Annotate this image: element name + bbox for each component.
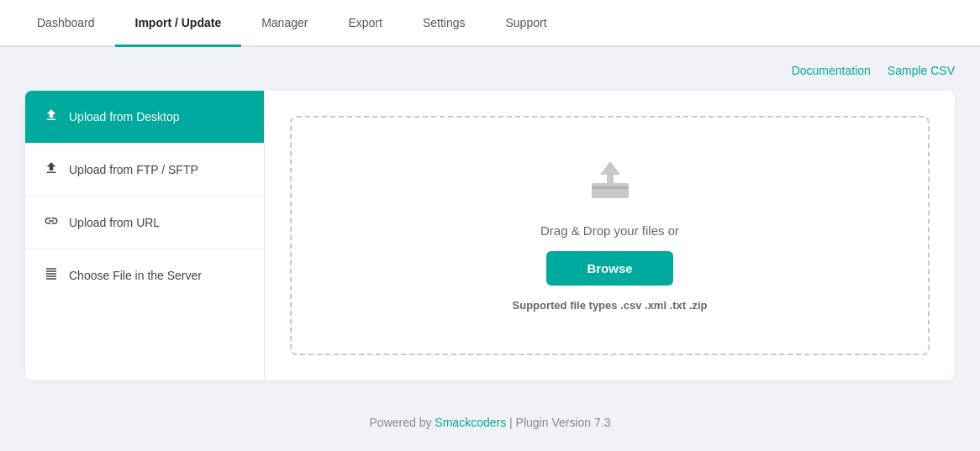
tab-support[interactable]: Support — [486, 1, 567, 47]
drop-zone-upload-icon — [585, 160, 635, 207]
sidebar-item-choose-server[interactable]: Choose File in the Server — [25, 249, 264, 302]
sidebar-item-upload-desktop[interactable]: Upload from Desktop — [25, 91, 264, 144]
tab-manager[interactable]: Manager — [241, 1, 328, 47]
svg-marker-2 — [600, 161, 620, 175]
top-links-row: Documentation Sample CSV — [25, 64, 955, 77]
drop-zone[interactable]: Drag & Drop your files or Browse Support… — [290, 116, 930, 355]
sidebar-item-upload-ftp-label: Upload from FTP / SFTP — [69, 163, 198, 176]
footer-prefix: Powered by — [370, 416, 432, 429]
tab-import-update[interactable]: Import / Update — [115, 1, 242, 47]
documentation-link[interactable]: Documentation — [792, 64, 871, 77]
tab-export[interactable]: Export — [328, 1, 402, 47]
sidebar: Upload from Desktop Upload from FTP / SF… — [25, 91, 265, 380]
sidebar-item-upload-url[interactable]: Upload from URL — [25, 197, 264, 249]
drag-drop-text: Drag & Drop your files or — [540, 223, 679, 238]
content-card: Upload from Desktop Upload from FTP / SF… — [25, 91, 955, 380]
svg-rect-1 — [592, 186, 629, 189]
sidebar-item-upload-ftp[interactable]: Upload from FTP / SFTP — [25, 144, 264, 197]
upload-area: Drag & Drop your files or Browse Support… — [265, 91, 955, 380]
footer-brand-link[interactable]: Smackcoders — [435, 416, 506, 429]
sidebar-item-upload-desktop-label: Upload from Desktop — [69, 110, 180, 123]
upload-desktop-icon — [44, 108, 59, 126]
supported-file-types-text: Supported file types .csv .xml .txt .zip — [513, 299, 708, 312]
upload-ftp-icon — [44, 160, 59, 179]
footer: Powered by Smackcoders | Plugin Version … — [0, 397, 980, 448]
choose-server-icon — [44, 266, 59, 285]
sidebar-item-choose-server-label: Choose File in the Server — [69, 269, 202, 282]
sample-csv-link[interactable]: Sample CSV — [888, 64, 955, 77]
upload-url-icon — [44, 213, 59, 232]
tab-settings[interactable]: Settings — [403, 1, 486, 47]
footer-suffix: | Plugin Version 7.3 — [509, 416, 610, 429]
top-navigation: Dashboard Import / Update Manager Export… — [0, 0, 980, 47]
sidebar-item-upload-url-label: Upload from URL — [69, 216, 160, 229]
svg-rect-3 — [607, 173, 614, 186]
main-content: Documentation Sample CSV Upload from Des… — [0, 47, 980, 397]
browse-button[interactable]: Browse — [546, 251, 672, 286]
tab-dashboard[interactable]: Dashboard — [17, 1, 115, 47]
